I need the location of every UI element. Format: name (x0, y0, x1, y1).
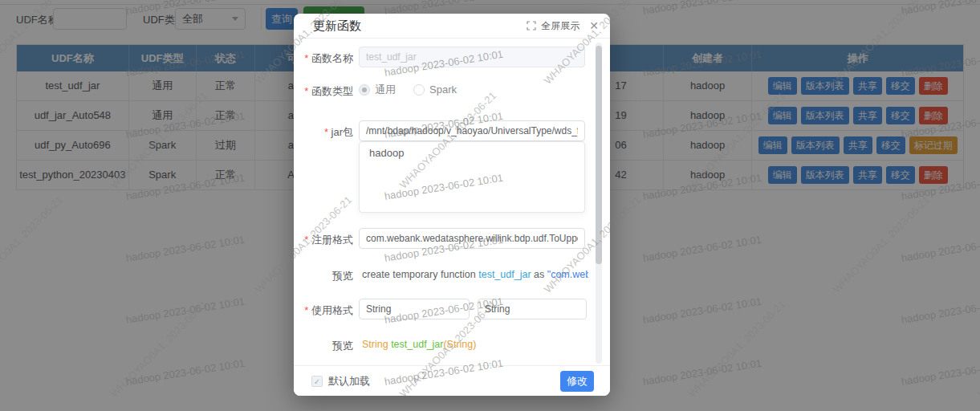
function-name-input (359, 47, 585, 67)
usage-arg-type-input[interactable] (478, 299, 587, 319)
default-load-label: 默认加载 (328, 374, 370, 389)
jar-dropdown-item[interactable]: hadoop (360, 142, 584, 164)
jar-path-input[interactable] (359, 120, 585, 141)
radio-unselected-icon[interactable] (413, 84, 425, 96)
preview-function-name: test_udf_jar (388, 339, 444, 350)
close-icon[interactable]: ✕ (589, 19, 599, 32)
radio-option-common[interactable]: 通用 (375, 83, 396, 96)
preview-prefix: create temporary function (362, 269, 478, 280)
modal-title: 更新函数 (313, 18, 361, 34)
modal-scrollbar-thumb[interactable] (596, 46, 602, 264)
default-load-checkbox[interactable]: ✓ (311, 376, 323, 387)
usage-preview-label: 预览 (294, 339, 353, 353)
function-type-label: 函数类型 (294, 84, 353, 99)
fullscreen-icon[interactable] (527, 21, 536, 31)
preview-function-name: test_udf_jar (478, 269, 531, 280)
preview-return-type: String (362, 339, 388, 350)
function-name-label: 函数名称 (294, 51, 353, 66)
fullscreen-label[interactable]: 全屏展示 (541, 19, 579, 33)
preview-as: as (531, 269, 547, 280)
modal-footer: ✓ 默认加载 修改 (294, 365, 610, 396)
function-type-radio-group: 通用Spark (359, 82, 474, 97)
modify-button[interactable]: 修改 (560, 371, 594, 392)
radio-option-spark[interactable]: Spark (429, 83, 457, 96)
jar-label: jar包 (294, 125, 353, 140)
usage-preview-text: String test_udf_jar(String) (362, 339, 588, 350)
modal-header: 更新函数 全屏展示 ✕ (294, 14, 610, 39)
register-format-label: 注册格式 (294, 233, 353, 247)
radio-selected-icon[interactable] (359, 84, 370, 96)
register-format-input[interactable] (359, 228, 585, 249)
register-preview-label: 预览 (294, 269, 353, 283)
usage-format-label: 使用格式 (294, 303, 353, 318)
usage-return-type-input[interactable] (359, 299, 470, 319)
register-preview-text: create temporary function test_udf_jar a… (362, 269, 588, 280)
update-function-modal: 更新函数 全屏展示 ✕ 函数名称 函数类型 通用Spark jar包 hadoo… (294, 14, 610, 396)
preview-class-path: "com.webank.wedatasphere.... (547, 269, 588, 280)
preview-args: (String) (443, 339, 476, 350)
jar-dropdown-panel: hadoop (359, 141, 585, 213)
